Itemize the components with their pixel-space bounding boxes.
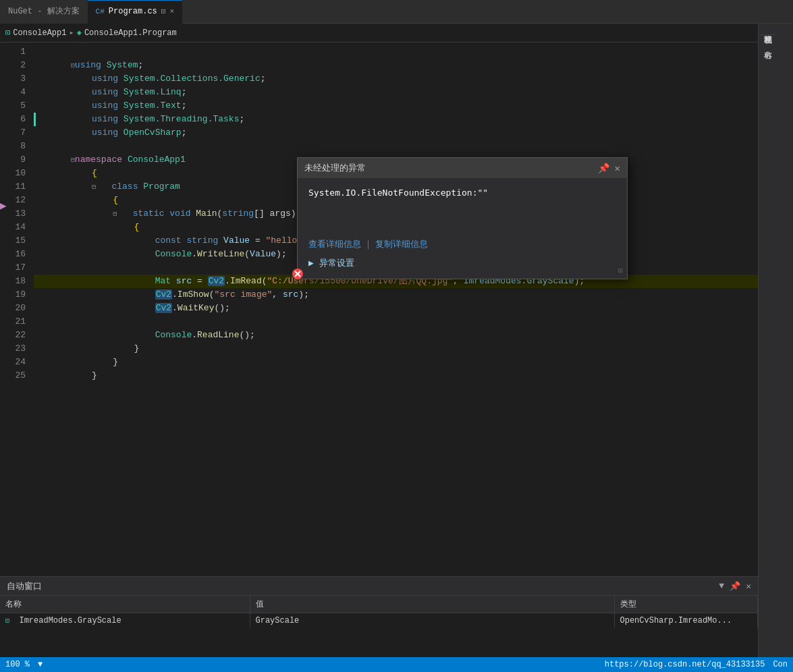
exception-message: System.IO.FileNotFoundException:"" bbox=[308, 188, 616, 198]
breadcrumb-separator: ▸ bbox=[69, 28, 74, 38]
exception-copy-link[interactable]: 复制详细信息 bbox=[375, 238, 428, 250]
zoom-level: 100 % bbox=[5, 660, 30, 669]
project-name: ConsoleApp1 bbox=[13, 28, 66, 38]
code-editor[interactable]: ⊟using System; using System.Collections.… bbox=[34, 43, 758, 557]
blog-url: https://blog.csdn.net/qq_43133135 bbox=[605, 660, 765, 669]
tab-close-button[interactable]: × bbox=[169, 0, 174, 24]
tab-label: Program.cs bbox=[109, 0, 157, 24]
code-line-25 bbox=[34, 369, 758, 383]
exception-settings-label: ▶ 异常设置 bbox=[308, 257, 354, 269]
exception-links: 查看详细信息 ｜ 复制详细信息 bbox=[308, 238, 616, 250]
exception-details-link[interactable]: 查看详细信息 bbox=[308, 238, 361, 250]
line-numbers: 12345 678910 1112131415 1617181920 21222… bbox=[0, 43, 34, 557]
code-line-21: Console.ReadLine(); bbox=[34, 315, 758, 329]
exception-titlebar: 未经处理的异常 📌 ✕ bbox=[298, 158, 627, 178]
col-header-name: 名称 bbox=[0, 596, 250, 613]
exception-close-button[interactable]: ✕ bbox=[615, 163, 620, 174]
cell-name: ⊡ ImreadModes.GrayScale bbox=[0, 613, 250, 629]
row-enum-icon: ⊡ bbox=[5, 617, 9, 625]
title-bar: NuGet - 解决方案 C# Program.cs ⊡ × bbox=[0, 0, 793, 24]
auto-window-titlebar: 自动窗口 ▼ 📌 ✕ bbox=[0, 577, 758, 596]
class-path: ConsoleApp1.Program bbox=[84, 28, 177, 38]
auto-window-dropdown-button[interactable]: ▼ bbox=[719, 581, 724, 591]
right-panel-name: 名称 bbox=[759, 40, 775, 49]
exception-body: System.IO.FileNotFoundException:"" 查看详细信… bbox=[298, 178, 627, 279]
exception-title: 未经处理的异常 bbox=[304, 162, 366, 174]
tab-program[interactable]: C# Program.cs ⊡ × bbox=[88, 0, 182, 24]
tab-pin-icon: ⊡ bbox=[161, 0, 166, 24]
cell-type: OpenCvSharp.ImreadMo... bbox=[614, 613, 758, 629]
auto-window-title: 自动窗口 bbox=[7, 580, 42, 592]
auto-window-actions: ▼ 📌 ✕ bbox=[719, 581, 751, 592]
tab-nuget[interactable]: NuGet - 解决方案 bbox=[0, 0, 88, 24]
status-right: https://blog.csdn.net/qq_43133135 Con bbox=[605, 660, 788, 669]
status-bar: 100 % ▼ https://blog.csdn.net/qq_4313313… bbox=[0, 657, 793, 672]
project-icon: ⊡ bbox=[5, 28, 10, 38]
exception-separator: ｜ bbox=[364, 238, 373, 250]
zoom-dropdown[interactable]: ▼ bbox=[38, 660, 43, 669]
error-icon bbox=[292, 268, 304, 283]
right-panel-title: 调整堆栈 bbox=[759, 24, 775, 35]
auto-window-close-button[interactable]: ✕ bbox=[746, 581, 751, 592]
breadcrumb: ⊡ ConsoleApp1 ▸ ◈ ConsoleApp1.Program bbox=[0, 24, 793, 43]
tab-file-icon: C# bbox=[96, 0, 105, 24]
col-header-type: 类型 bbox=[614, 596, 758, 613]
exception-dialog: 未经处理的异常 📌 ✕ System.IO.FileNotFoundExcept… bbox=[297, 157, 628, 279]
auto-window-pin-button[interactable]: 📌 bbox=[730, 581, 740, 592]
cell-value: GrayScale bbox=[250, 613, 614, 629]
class-icon: ◈ bbox=[77, 28, 82, 38]
execution-pointer-icon: ▶ bbox=[0, 199, 7, 213]
status-left: 100 % ▼ bbox=[5, 660, 43, 669]
exception-resize-handle[interactable]: ⊞ bbox=[618, 266, 623, 276]
table-row: ⊡ ImreadModes.GrayScale GrayScale OpenCv… bbox=[0, 613, 758, 629]
code-line-1: ⊟using System; bbox=[34, 45, 758, 59]
exception-titlebar-actions: 📌 ✕ bbox=[598, 163, 620, 174]
editor-area: ▶ 12345 678910 1112131415 1617181920 212… bbox=[0, 43, 758, 557]
exception-settings[interactable]: ▶ 异常设置 bbox=[308, 257, 616, 269]
code-line-8: ⊟namespace ConsoleApp1 bbox=[34, 140, 758, 153]
con-label: Con bbox=[773, 660, 788, 669]
code-line-24: } bbox=[34, 356, 758, 369]
code-line-23: } bbox=[34, 342, 758, 356]
col-header-value: 值 bbox=[250, 596, 614, 613]
exception-pin-button[interactable]: 📌 bbox=[598, 163, 609, 174]
auto-window: 自动窗口 ▼ 📌 ✕ 名称 值 类型 ⊡ ImreadModes.GraySca… bbox=[0, 576, 758, 657]
right-panel: 调整堆栈 名称 bbox=[758, 24, 793, 672]
auto-window-table: 名称 值 类型 ⊡ ImreadModes.GrayScale GrayScal… bbox=[0, 596, 758, 628]
